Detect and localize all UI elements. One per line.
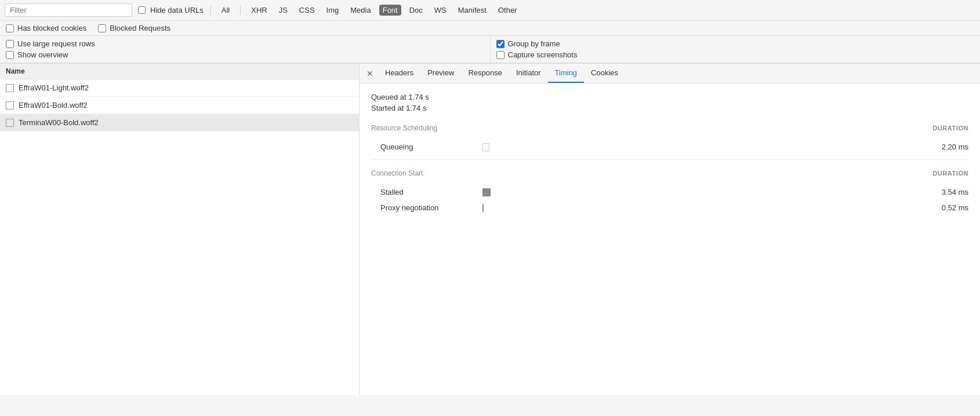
options-right: Group by frame Capture screenshots (491, 36, 981, 63)
use-large-rows-label[interactable]: Use large request rows (6, 39, 484, 48)
connection-start-header: Connection Start DURATION (371, 169, 968, 180)
type-filter-css[interactable]: CSS (296, 5, 318, 16)
queueing-label: Queueing (380, 143, 473, 151)
tabs-bar: ✕ Headers Preview Response Initiator Tim… (360, 64, 980, 83)
tab-initiator[interactable]: Initiator (509, 64, 548, 83)
checkbox-row: Has blocked cookies Blocked Requests (0, 21, 980, 36)
stalled-label: Stalled (380, 188, 473, 196)
timing-row-queueing: Queueing 2.20 ms (371, 139, 968, 155)
capture-screenshots-checkbox[interactable] (496, 51, 504, 59)
resource-scheduling-duration-label: DURATION (932, 125, 968, 132)
has-blocked-cookies-checkbox[interactable] (6, 24, 14, 32)
type-filter-js[interactable]: JS (275, 5, 291, 16)
proxy-duration: 0.52 ms (922, 203, 968, 212)
connection-start-duration-label: DURATION (932, 170, 968, 177)
file-name-1: EffraW01-Bold.woff2 (19, 101, 88, 110)
file-row-0[interactable]: EffraW01-Light.woff2 (0, 79, 359, 97)
timing-meta: Queued at 1.74 s Started at 1.74 s (371, 93, 968, 112)
show-overview-checkbox[interactable] (6, 51, 14, 59)
type-filter-ws[interactable]: WS (431, 5, 450, 16)
capture-screenshots-text: Capture screenshots (508, 50, 578, 59)
group-by-frame-checkbox[interactable] (496, 40, 504, 48)
timing-content: Queued at 1.74 s Started at 1.74 s Resou… (360, 83, 980, 225)
blocked-requests-text: Blocked Requests (110, 24, 170, 32)
resource-scheduling-title: Resource Scheduling (371, 124, 437, 132)
file-checkbox-0[interactable] (6, 84, 14, 92)
file-checkbox-1[interactable] (6, 101, 14, 110)
main-area: Name EffraW01-Light.woff2 EffraW01-Bold.… (0, 63, 980, 395)
timing-row-proxy: Proxy negotiation 0.52 ms (371, 200, 968, 216)
type-filter-other[interactable]: Other (495, 5, 521, 16)
type-filter-media[interactable]: Media (347, 5, 374, 16)
tab-cookies[interactable]: Cookies (584, 64, 625, 83)
toolbar: Hide data URLs All XHR JS CSS Img Media … (0, 0, 980, 21)
timing-row-stalled: Stalled 3.54 ms (371, 184, 968, 200)
file-row-2[interactable]: TerminaW00-Bold.woff2 (0, 114, 359, 132)
proxy-bar (482, 204, 484, 212)
tab-headers[interactable]: Headers (378, 64, 420, 83)
use-large-rows-text: Use large request rows (17, 39, 95, 48)
resource-scheduling-header: Resource Scheduling DURATION (371, 124, 968, 134)
type-filter-img[interactable]: Img (323, 5, 343, 16)
divider (210, 6, 211, 15)
close-button[interactable]: ✕ (362, 66, 378, 81)
blocked-requests-checkbox[interactable] (98, 24, 106, 32)
queueing-bar-container (482, 143, 913, 151)
connection-start-title: Connection Start (371, 169, 423, 177)
show-overview-label[interactable]: Show overview (6, 50, 484, 59)
file-checkbox-2[interactable] (6, 119, 14, 127)
name-column-header: Name (0, 64, 359, 79)
hide-data-urls-label: Hide data URLs (150, 6, 204, 14)
filter-controls: Hide data URLs All XHR JS CSS Img Media … (138, 5, 975, 16)
started-at: Started at 1.74 s (371, 104, 968, 112)
proxy-bar-container (482, 204, 913, 212)
file-row-1[interactable]: EffraW01-Bold.woff2 (0, 97, 359, 114)
tab-preview[interactable]: Preview (420, 64, 461, 83)
tab-timing[interactable]: Timing (548, 64, 585, 83)
queueing-duration: 2.20 ms (922, 143, 968, 151)
group-by-frame-text: Group by frame (508, 39, 560, 48)
blocked-requests-label[interactable]: Blocked Requests (98, 24, 170, 32)
left-panel: Name EffraW01-Light.woff2 EffraW01-Bold.… (0, 64, 360, 395)
stalled-duration: 3.54 ms (922, 188, 968, 196)
use-large-rows-checkbox[interactable] (6, 40, 14, 48)
stalled-bar (482, 188, 491, 196)
file-name-0: EffraW01-Light.woff2 (19, 83, 89, 92)
group-by-frame-label[interactable]: Group by frame (496, 39, 975, 48)
divider (240, 6, 241, 15)
has-blocked-cookies-text: Has blocked cookies (17, 24, 86, 32)
options-section: Use large request rows Show overview Gro… (0, 36, 980, 63)
capture-screenshots-label[interactable]: Capture screenshots (496, 50, 975, 59)
queued-at: Queued at 1.74 s (371, 93, 968, 101)
type-filter-doc[interactable]: Doc (406, 5, 426, 16)
proxy-label: Proxy negotiation (380, 203, 473, 212)
queueing-bar (482, 143, 489, 151)
right-panel: ✕ Headers Preview Response Initiator Tim… (360, 64, 980, 395)
type-filter-all[interactable]: All (218, 5, 233, 16)
tab-response[interactable]: Response (461, 64, 509, 83)
type-filter-manifest[interactable]: Manifest (455, 5, 490, 16)
has-blocked-cookies-label[interactable]: Has blocked cookies (6, 24, 86, 32)
name-header-label: Name (6, 67, 25, 75)
show-overview-text: Show overview (17, 50, 68, 59)
type-filter-xhr[interactable]: XHR (248, 5, 270, 16)
filter-input[interactable] (5, 3, 132, 17)
options-left: Use large request rows Show overview (0, 36, 491, 63)
type-filter-font[interactable]: Font (379, 5, 401, 16)
hide-data-urls-checkbox[interactable] (138, 6, 146, 14)
file-name-2: TerminaW00-Bold.woff2 (19, 118, 99, 127)
section-divider (371, 159, 968, 160)
stalled-bar-container (482, 188, 913, 196)
